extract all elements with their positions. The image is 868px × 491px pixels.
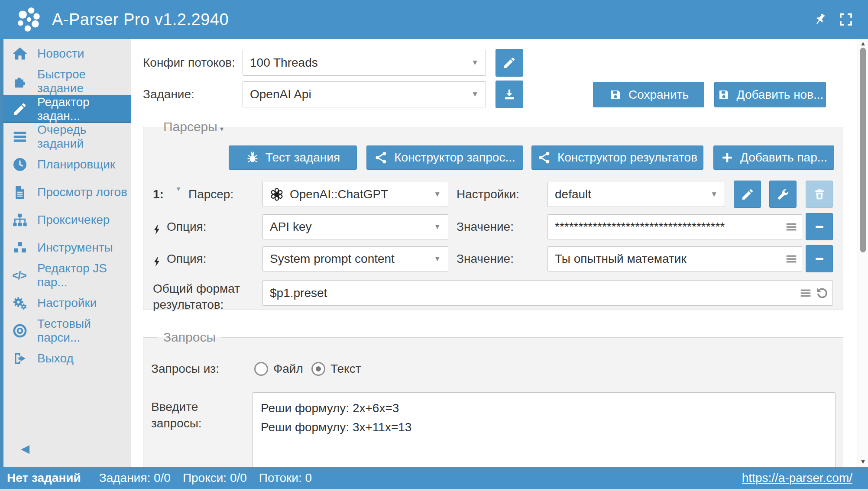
parser-label: Парсер: bbox=[188, 182, 233, 207]
sidebar-item-proxy-checker[interactable]: Проксичекер bbox=[3, 206, 131, 234]
option-label: Опция: bbox=[167, 214, 207, 239]
openai-logo-icon bbox=[270, 187, 284, 201]
chevron-down-icon: ▼ bbox=[471, 58, 479, 67]
parsers-legend[interactable]: Парсеры▾ bbox=[158, 120, 229, 134]
threads-config-select[interactable]: 100 Threads ▼ bbox=[243, 50, 486, 76]
queries-legend: Запросы bbox=[158, 330, 221, 345]
parsers-panel: Парсеры▾ Тест задания Конструктор запрос… bbox=[143, 120, 843, 310]
minus-icon bbox=[813, 220, 826, 234]
queries-textarea[interactable]: Реши формулу: 2x+6x=3 Реши формулу: 3x+1… bbox=[253, 392, 836, 467]
threads-config-label: Конфиг потоков: bbox=[143, 50, 235, 76]
sidebar-item-js-parser-editor[interactable]: </> Редактор JS пар... bbox=[3, 262, 131, 289]
download-task-button[interactable] bbox=[496, 81, 523, 108]
sidebar-item-log-viewer[interactable]: Просмотр логов bbox=[3, 178, 131, 206]
result-builder-button[interactable]: Конструктор результатов bbox=[531, 145, 703, 170]
status-text: Нет заданий bbox=[7, 471, 81, 485]
query-builder-button[interactable]: Конструктор запрос... bbox=[366, 145, 523, 170]
home-icon bbox=[12, 46, 32, 61]
task-value: OpenAI Api bbox=[250, 87, 311, 101]
sidebar-collapse-icon[interactable]: ◀ bbox=[21, 442, 29, 455]
radio-text[interactable] bbox=[311, 362, 325, 376]
system-prompt-value-input[interactable] bbox=[547, 246, 802, 271]
status-proxies: Прокси: 0/0 bbox=[183, 471, 247, 485]
settings-select[interactable]: default ▼ bbox=[547, 182, 725, 207]
edit-threads-config-button[interactable] bbox=[496, 49, 523, 77]
undo-icon[interactable] bbox=[816, 287, 829, 300]
query-builder-label: Конструктор запрос... bbox=[394, 151, 515, 165]
test-task-button[interactable]: Тест задания bbox=[229, 145, 357, 170]
option-value: API key bbox=[270, 220, 311, 234]
delete-parser-button[interactable] bbox=[806, 181, 833, 208]
api-key-value-input[interactable] bbox=[547, 214, 802, 239]
save-icon bbox=[609, 88, 622, 102]
test-task-label: Тест задания bbox=[266, 151, 340, 165]
parser-settings-button[interactable] bbox=[769, 181, 797, 208]
option-value: System prompt content bbox=[270, 252, 395, 266]
sidebar-item-label: Настройки bbox=[37, 296, 97, 310]
sidebar-item-label: Быстрое задание bbox=[37, 68, 131, 95]
app-title: A-Parser Pro v1.2.2940 bbox=[52, 10, 229, 29]
result-format-wrap bbox=[262, 280, 833, 306]
sidebar-item-scheduler[interactable]: Планировщик bbox=[3, 151, 131, 178]
option-label: Опция: bbox=[167, 246, 207, 271]
sitemap-icon bbox=[12, 212, 32, 228]
value-list-icon[interactable] bbox=[785, 252, 798, 265]
sidebar-item-task-editor[interactable]: Редактор задан... bbox=[3, 95, 131, 123]
settings-label: Настройки: bbox=[457, 182, 519, 207]
trash-icon bbox=[813, 187, 826, 201]
result-builder-label: Конструктор результатов bbox=[557, 151, 697, 165]
pencil-icon bbox=[12, 101, 32, 117]
result-format-input[interactable] bbox=[262, 280, 833, 306]
add-parser-button[interactable]: Добавить пар... bbox=[713, 145, 834, 170]
sidebar-item-label: Планировщик bbox=[37, 158, 115, 171]
scrollbar-thumb[interactable] bbox=[860, 48, 866, 252]
pencil-icon bbox=[502, 56, 516, 70]
sidebar-item-label: Просмотр логов bbox=[37, 185, 127, 199]
code-icon: </> bbox=[12, 268, 32, 283]
parser-select[interactable]: OpenAI::ChatGPT ▼ bbox=[262, 182, 448, 207]
chevron-down-icon: ▼ bbox=[471, 90, 479, 99]
save-button[interactable]: Сохранить bbox=[593, 82, 704, 107]
add-new-button-label: Добавить нов... bbox=[737, 88, 824, 102]
logout-icon bbox=[12, 351, 32, 366]
add-new-button[interactable]: Добавить нов... bbox=[714, 82, 826, 107]
scroll-up-icon[interactable]: ▲ bbox=[858, 40, 868, 47]
sidebar-item-news[interactable]: Новости bbox=[3, 40, 131, 68]
status-bar: Нет заданий Задания: 0/0 Прокси: 0/0 Пот… bbox=[0, 467, 868, 491]
bolt-icon bbox=[151, 223, 163, 236]
threads-config-value: 100 Threads bbox=[250, 56, 318, 70]
bug-icon bbox=[246, 151, 259, 165]
edit-settings-button[interactable] bbox=[734, 181, 761, 208]
pin-icon[interactable] bbox=[813, 12, 827, 27]
status-threads: Потоки: 0 bbox=[259, 471, 312, 485]
remove-option-button[interactable] bbox=[806, 245, 833, 272]
a-parser-link[interactable]: https://a-parser.com/ bbox=[742, 471, 852, 485]
option-select-system-prompt[interactable]: System prompt content ▼ bbox=[262, 246, 448, 271]
remove-option-button[interactable] bbox=[806, 213, 833, 240]
chevron-down-icon: ▾ bbox=[220, 125, 223, 132]
sidebar-item-label: Проксичекер bbox=[37, 213, 110, 227]
sidebar-item-test-parsing[interactable]: Тестовый парси... bbox=[3, 317, 131, 345]
option-select-api-key[interactable]: API key ▼ bbox=[262, 214, 448, 239]
value-list-icon[interactable] bbox=[785, 220, 798, 233]
sidebar-item-task-queue[interactable]: Очередь заданий bbox=[3, 123, 131, 151]
vertical-scrollbar[interactable]: ▲ ▼ bbox=[858, 39, 868, 467]
api-key-value-wrap bbox=[547, 214, 802, 239]
sidebar-item-tools[interactable]: Инструменты bbox=[3, 234, 131, 262]
chevron-down-icon: ▼ bbox=[710, 190, 718, 199]
sidebar-item-quick-task[interactable]: Быстрое задание bbox=[3, 68, 131, 95]
enter-queries-label: Введите запросы: bbox=[151, 399, 233, 432]
task-select[interactable]: OpenAI Api ▼ bbox=[243, 81, 486, 107]
sidebar-item-exit[interactable]: Выход bbox=[3, 345, 131, 372]
scroll-down-icon[interactable]: ▼ bbox=[858, 458, 868, 465]
sidebar-item-label: Выход bbox=[37, 352, 74, 365]
parser-value: OpenAI::ChatGPT bbox=[290, 187, 388, 201]
value-label: Значение: bbox=[457, 246, 514, 271]
parser-row-caret-icon[interactable]: ▼ bbox=[175, 185, 181, 192]
radio-file[interactable] bbox=[254, 362, 268, 376]
sidebar-item-settings[interactable]: Настройки bbox=[3, 289, 131, 317]
value-list-icon[interactable] bbox=[799, 287, 812, 300]
file-icon bbox=[12, 184, 32, 200]
fullscreen-icon[interactable] bbox=[839, 12, 853, 27]
system-prompt-value-wrap bbox=[547, 246, 802, 271]
